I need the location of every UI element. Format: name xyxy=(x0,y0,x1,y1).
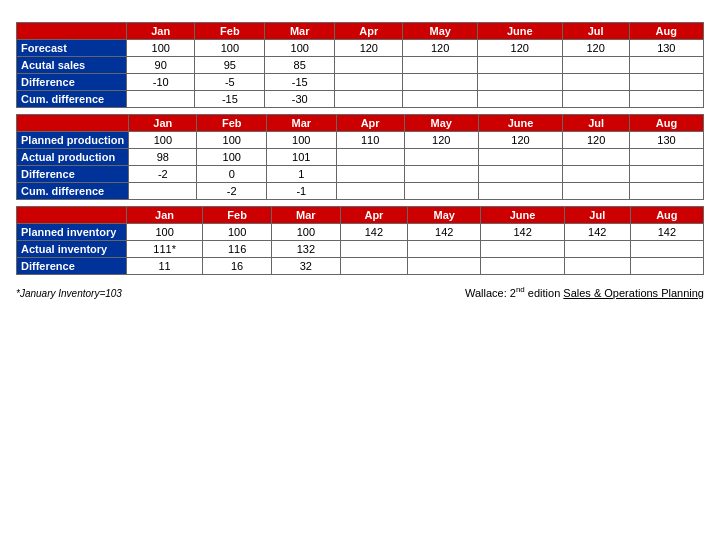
table-row: Difference-10-5-15 xyxy=(17,74,704,91)
row-label: Actual production xyxy=(17,149,129,166)
cell-value xyxy=(629,57,703,74)
cell-value xyxy=(478,149,563,166)
table-row: Cum. difference-15-30 xyxy=(17,91,704,108)
cell-value: 90 xyxy=(127,57,195,74)
cell-value xyxy=(629,91,703,108)
header-month: Feb xyxy=(203,207,272,224)
header-month: Feb xyxy=(195,23,265,40)
header-month: Apr xyxy=(335,23,403,40)
cell-value: -2 xyxy=(197,183,267,200)
cell-value xyxy=(335,74,403,91)
cell-value xyxy=(477,91,562,108)
cell-value: 142 xyxy=(340,224,407,241)
cell-value xyxy=(564,258,630,275)
cell-value: 142 xyxy=(481,224,565,241)
header-label xyxy=(17,115,129,132)
row-label: Actual inventory xyxy=(17,241,127,258)
cell-value: 32 xyxy=(271,258,340,275)
cell-value xyxy=(630,241,703,258)
header-month: May xyxy=(404,115,478,132)
footer: *January Inventory=103 Wallace: 2nd edit… xyxy=(16,285,704,299)
row-label: Cum. difference xyxy=(17,91,127,108)
cell-value xyxy=(629,183,703,200)
cell-value xyxy=(335,57,403,74)
tables-container: JanFebMarAprMayJuneJulAugForecast1001001… xyxy=(16,22,704,532)
cell-value: 120 xyxy=(478,132,563,149)
header-month: Jan xyxy=(127,207,203,224)
cell-value xyxy=(408,241,481,258)
cell-value: 130 xyxy=(629,132,703,149)
header-month: Jul xyxy=(563,115,630,132)
header-month: May xyxy=(403,23,477,40)
attribution: Wallace: 2nd edition Sales & Operations … xyxy=(465,285,704,299)
cell-value xyxy=(335,91,403,108)
cell-value: -5 xyxy=(195,74,265,91)
header-label xyxy=(17,23,127,40)
table-row: Forecast100100100120120120120130 xyxy=(17,40,704,57)
header-month: Aug xyxy=(629,23,703,40)
cell-value: -1 xyxy=(267,183,337,200)
cell-value: 120 xyxy=(403,40,477,57)
header-month: Aug xyxy=(630,207,703,224)
cell-value: 100 xyxy=(203,224,272,241)
cell-value: 120 xyxy=(562,40,629,57)
cell-value: 142 xyxy=(630,224,703,241)
cell-value xyxy=(404,166,478,183)
cell-value: 11 xyxy=(127,258,203,275)
header-month: Jul xyxy=(562,23,629,40)
cell-value xyxy=(340,241,407,258)
table-row: Difference111632 xyxy=(17,258,704,275)
header-month: Mar xyxy=(271,207,340,224)
cell-value: 142 xyxy=(564,224,630,241)
cell-value xyxy=(408,258,481,275)
cell-value: 120 xyxy=(563,132,630,149)
cell-value xyxy=(563,166,630,183)
cell-value: -15 xyxy=(265,74,335,91)
header-month: June xyxy=(477,23,562,40)
cell-value xyxy=(563,149,630,166)
table-row: Planned production1001001001101201201201… xyxy=(17,132,704,149)
cell-value xyxy=(129,183,197,200)
footnote: *January Inventory=103 xyxy=(16,288,122,299)
row-label: Difference xyxy=(17,258,127,275)
header-month: Feb xyxy=(197,115,267,132)
cell-value xyxy=(336,166,404,183)
table-row: Planned inventory10010010014214214214214… xyxy=(17,224,704,241)
header-label xyxy=(17,207,127,224)
cell-value: 100 xyxy=(129,132,197,149)
header-month: Jan xyxy=(129,115,197,132)
cell-value xyxy=(404,149,478,166)
row-label: Acutal sales xyxy=(17,57,127,74)
cell-value xyxy=(629,166,703,183)
cell-value: 100 xyxy=(195,40,265,57)
cell-value xyxy=(564,241,630,258)
cell-value xyxy=(562,57,629,74)
cell-value: 98 xyxy=(129,149,197,166)
row-label: Difference xyxy=(17,74,127,91)
row-label: Cum. difference xyxy=(17,183,129,200)
cell-value xyxy=(340,258,407,275)
header-month: Aug xyxy=(629,115,703,132)
cell-value: 0 xyxy=(197,166,267,183)
table-row: Acutal sales909585 xyxy=(17,57,704,74)
cell-value xyxy=(127,91,195,108)
cell-value xyxy=(563,183,630,200)
cell-value xyxy=(403,91,477,108)
header-month: June xyxy=(481,207,565,224)
table-row: Actual inventory111*116132 xyxy=(17,241,704,258)
cell-value: 110 xyxy=(336,132,404,149)
header-month: Jan xyxy=(127,23,195,40)
cell-value: -10 xyxy=(127,74,195,91)
cell-value xyxy=(562,74,629,91)
cell-value: 130 xyxy=(629,40,703,57)
row-label: Planned inventory xyxy=(17,224,127,241)
cell-value: 85 xyxy=(265,57,335,74)
cell-value: 101 xyxy=(267,149,337,166)
cell-value xyxy=(481,241,565,258)
table-row: Difference-201 xyxy=(17,166,704,183)
cell-value: 100 xyxy=(197,132,267,149)
cell-value xyxy=(477,57,562,74)
production-table: JanFebMarAprMayJuneJulAugPlanned product… xyxy=(16,114,704,200)
header-month: Mar xyxy=(265,23,335,40)
row-label: Difference xyxy=(17,166,129,183)
